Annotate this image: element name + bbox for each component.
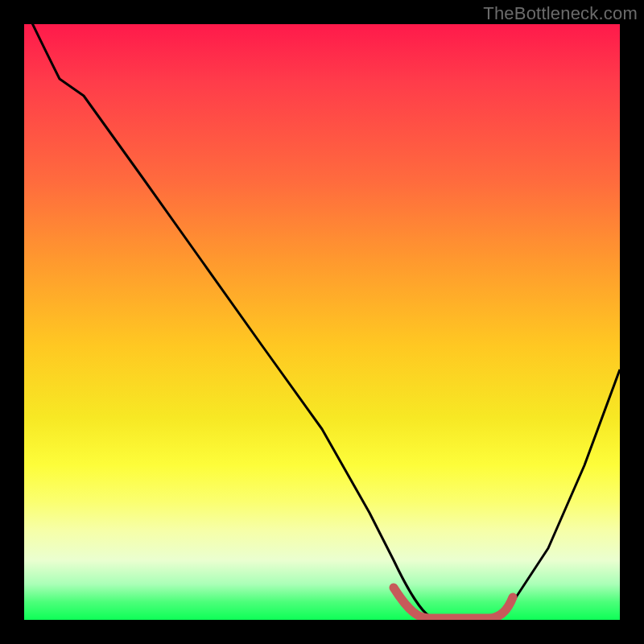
watermark-text: TheBottleneck.com [483, 3, 638, 24]
outer-frame: TheBottleneck.com [0, 0, 644, 644]
bottleneck-curve-path [24, 24, 620, 620]
gradient-plot-area [24, 24, 620, 620]
bottleneck-curve-svg [24, 24, 620, 620]
